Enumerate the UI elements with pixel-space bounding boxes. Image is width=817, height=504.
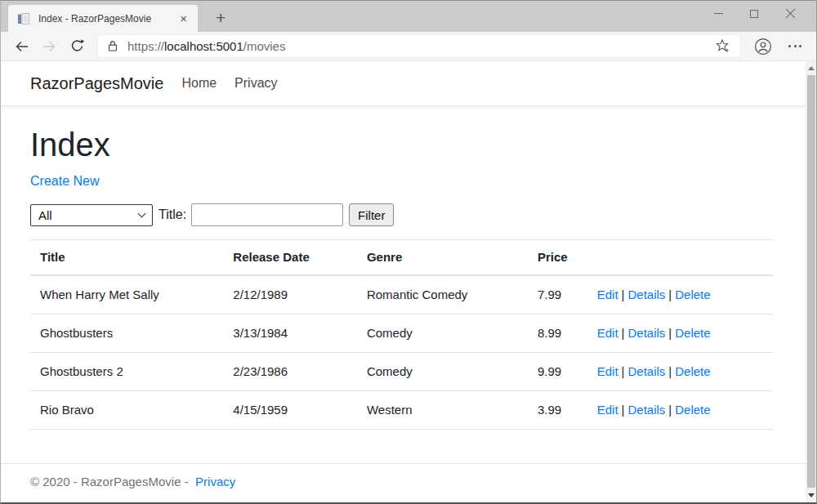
cell-price: 7.99 [528, 275, 587, 314]
nav-link-privacy[interactable]: Privacy [234, 76, 277, 91]
favicon-icon [17, 12, 30, 25]
create-new-link[interactable]: Create New [30, 172, 99, 191]
browser-tab[interactable]: Index - RazorPagesMovie × [8, 5, 198, 32]
footer-privacy-link[interactable]: Privacy [195, 475, 235, 488]
cell-genre: Romantic Comedy [357, 275, 528, 314]
cell-price: 8.99 [528, 314, 587, 353]
header-release-date: Release Date [223, 240, 357, 276]
forward-icon [42, 39, 57, 54]
delete-link[interactable]: Delete [675, 288, 710, 301]
filter-button[interactable]: Filter [349, 203, 394, 226]
cell-actions: Edit|Details|Delete [587, 275, 773, 314]
cell-genre: Comedy [357, 353, 528, 391]
forward-button[interactable] [35, 34, 63, 59]
maximize-button[interactable] [736, 1, 772, 26]
page-content: RazorPagesMovie Home Privacy Index Creat… [1, 61, 816, 502]
details-link[interactable]: Details [627, 403, 665, 417]
scroll-up-button[interactable] [806, 61, 816, 75]
table-row: Rio Bravo 4/15/1959 Western 3.99 Edit|De… [30, 391, 773, 430]
table-row: When Harry Met Sally 2/12/1989 Romantic … [30, 275, 773, 314]
site-footer: © 2020 - RazorPagesMovie - Privacy [1, 463, 816, 500]
refresh-icon [69, 38, 85, 54]
cell-title: When Harry Met Sally [30, 275, 223, 314]
back-button[interactable] [7, 34, 35, 59]
delete-link[interactable]: Delete [675, 326, 710, 340]
site-navbar: RazorPagesMovie Home Privacy [1, 61, 816, 106]
back-icon [14, 39, 29, 54]
main-container: Index Create New All Title: Filter Title [1, 126, 816, 430]
copyright-text: © 2020 - RazorPagesMovie - [30, 475, 189, 488]
genre-select-value: All [38, 208, 139, 222]
delete-link[interactable]: Delete [675, 403, 710, 417]
lock-icon [106, 39, 119, 53]
edit-link[interactable]: Edit [597, 326, 618, 340]
vertical-scrollbar[interactable] [806, 61, 816, 502]
profile-button[interactable] [754, 38, 772, 56]
details-link[interactable]: Details [627, 288, 665, 301]
genre-select[interactable]: All [30, 204, 153, 226]
delete-link[interactable]: Delete [675, 364, 710, 378]
header-title: Title [30, 240, 223, 276]
cell-release-date: 2/12/1989 [223, 275, 357, 314]
more-icon [788, 45, 791, 47]
header-price: Price [528, 240, 587, 276]
scrollbar-thumb[interactable] [807, 75, 815, 488]
browser-window: Index - RazorPagesMovie × + [0, 0, 817, 504]
edit-link[interactable]: Edit [597, 403, 618, 417]
cell-actions: Edit|Details|Delete [587, 391, 773, 430]
header-genre: Genre [357, 240, 528, 276]
details-link[interactable]: Details [627, 364, 665, 378]
tab-bar: Index - RazorPagesMovie × + [1, 1, 816, 32]
filter-form: All Title: Filter [30, 203, 773, 226]
maximize-icon [750, 10, 758, 18]
page-title: Index [30, 126, 773, 163]
tab-title: Index - RazorPagesMovie [38, 13, 176, 25]
movies-table: Title Release Date Genre Price When Harr… [30, 239, 773, 430]
cell-title: Rio Bravo [30, 391, 223, 430]
scroll-down-button[interactable] [806, 488, 816, 502]
profile-icon [754, 38, 772, 56]
cell-genre: Comedy [357, 314, 528, 353]
close-icon [785, 8, 796, 19]
brand-link[interactable]: RazorPagesMovie [30, 74, 163, 93]
title-filter-input[interactable] [191, 203, 343, 226]
cell-title: Ghostbusters [30, 314, 223, 353]
close-window-button[interactable] [772, 1, 808, 26]
new-tab-button[interactable]: + [211, 10, 230, 26]
table-header-row: Title Release Date Genre Price [30, 240, 773, 276]
minimize-button[interactable] [700, 1, 736, 26]
title-filter-label: Title: [158, 207, 186, 222]
address-bar[interactable]: https://localhost:5001/movies [97, 34, 741, 58]
window-controls [700, 1, 808, 26]
edit-link[interactable]: Edit [597, 288, 618, 301]
cell-release-date: 2/23/1986 [223, 353, 357, 391]
chevron-down-icon [138, 210, 146, 218]
cell-title: Ghostbusters 2 [30, 353, 223, 391]
cell-genre: Western [357, 391, 528, 430]
scroll-up-icon [808, 66, 815, 70]
cell-price: 3.99 [528, 391, 587, 430]
cell-price: 9.99 [528, 353, 587, 391]
url-text: https://localhost:5001/movies [127, 39, 712, 53]
refresh-button[interactable] [63, 34, 91, 59]
add-favorite-button[interactable] [712, 37, 734, 56]
edit-link[interactable]: Edit [597, 364, 618, 378]
scroll-down-icon [808, 493, 815, 497]
browser-toolbar: https://localhost:5001/movies [1, 32, 816, 61]
cell-actions: Edit|Details|Delete [587, 353, 773, 391]
star-plus-icon [715, 38, 730, 54]
more-menu-button[interactable] [787, 42, 803, 51]
details-link[interactable]: Details [627, 326, 665, 340]
nav-link-home[interactable]: Home [181, 76, 217, 91]
tab-close-icon[interactable]: × [176, 12, 191, 25]
header-actions [587, 240, 773, 276]
cell-release-date: 3/13/1984 [223, 314, 357, 353]
cell-release-date: 4/15/1959 [223, 391, 357, 430]
cell-actions: Edit|Details|Delete [587, 314, 773, 353]
minimize-icon [714, 13, 723, 15]
table-row: Ghostbusters 2 2/23/1986 Comedy 9.99 Edi… [30, 353, 773, 391]
table-row: Ghostbusters 3/13/1984 Comedy 8.99 Edit|… [30, 314, 773, 353]
